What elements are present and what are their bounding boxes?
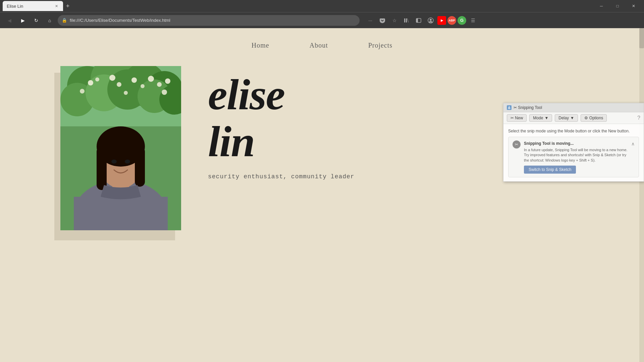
nav-projects[interactable]: Projects — [368, 42, 392, 49]
snipping-toolbar: ✂ New Mode ▼ Delay ▼ ⚙ Options ? — [503, 112, 644, 124]
browser-nav-bar: ◀ ▶ ↻ ⌂ 🔒 file:///C:/Users/Elise/Documen… — [0, 12, 644, 28]
new-tab-button[interactable]: + — [63, 1, 72, 11]
photo-container — [60, 66, 181, 230]
back-button[interactable]: ◀ — [4, 15, 15, 26]
svg-point-24 — [165, 78, 170, 84]
svg-point-22 — [148, 76, 154, 82]
bookmark-button[interactable]: ☆ — [389, 15, 400, 26]
svg-point-18 — [109, 75, 115, 81]
tab-title: Elise Lin — [7, 4, 51, 9]
snipping-new-button[interactable]: ✂ New — [507, 114, 527, 122]
snipping-notif-body: In a future update, Snipping Tool will b… — [524, 147, 628, 163]
sync-button[interactable] — [425, 15, 436, 26]
snipping-help[interactable]: ? — [637, 115, 640, 121]
svg-point-25 — [80, 89, 85, 94]
lock-icon: 🔒 — [62, 18, 67, 23]
url-text: file:///C:/Users/Elise/Documents/TestWeb… — [70, 18, 356, 23]
browser-window: Elise Lin ✕ + ─ □ ✕ ◀ ▶ ↻ ⌂ 🔒 file:///C:… — [0, 0, 644, 362]
maximize-button[interactable]: □ — [610, 0, 625, 12]
snipping-delay-button[interactable]: Delay ▼ — [555, 114, 578, 122]
library-button[interactable] — [401, 15, 412, 26]
snipping-tool-panel: ✂ Snipping Tool ✂ New Mode ▼ Delay ▼ ⚙ O… — [503, 103, 644, 182]
svg-point-26 — [124, 91, 128, 95]
main-content: elise lin security enthusiast, community… — [0, 56, 644, 362]
snipping-tool-icon — [507, 105, 512, 110]
snipping-notif-text: Snipping Tool is moving... In a future u… — [524, 140, 628, 174]
pocket-icon[interactable] — [377, 15, 388, 26]
snipping-mode-button[interactable]: Mode ▼ — [529, 114, 552, 122]
sidebar-button[interactable] — [413, 15, 424, 26]
snipping-notif-close[interactable]: ∧ — [631, 140, 635, 147]
site-nav: Home About Projects — [0, 28, 644, 56]
svg-rect-3 — [416, 18, 418, 22]
svg-point-23 — [157, 82, 162, 87]
refresh-button[interactable]: ↻ — [31, 15, 42, 26]
snipping-notification: ✂ Snipping Tool is moving... In a future… — [508, 137, 639, 177]
youtube-addon-icon[interactable]: ▶ — [437, 16, 446, 25]
title-bar: Elise Lin ✕ + ─ □ ✕ — [0, 0, 644, 12]
tab-bar: Elise Lin ✕ + — [3, 1, 72, 11]
snipping-tool-title: ✂ Snipping Tool — [514, 105, 542, 110]
snipping-options-button[interactable]: ⚙ Options — [581, 114, 607, 122]
svg-point-19 — [117, 82, 121, 87]
svg-point-5 — [430, 19, 432, 21]
snipping-instructions: Select the snip mode using the Mode butt… — [508, 128, 639, 134]
nav-about[interactable]: About — [310, 42, 328, 49]
profile-avatar[interactable]: G — [458, 16, 466, 25]
svg-point-39 — [509, 108, 510, 109]
more-button[interactable]: ··· — [365, 15, 376, 26]
window-controls: ─ □ ✕ — [594, 0, 641, 12]
svg-rect-30 — [74, 197, 168, 230]
snipping-content: Select the snip mode using the Mode butt… — [503, 124, 644, 181]
svg-point-20 — [131, 77, 137, 83]
svg-point-21 — [141, 84, 145, 88]
minimize-button[interactable]: ─ — [594, 0, 609, 12]
svg-rect-0 — [404, 18, 405, 22]
hamburger-menu[interactable]: ☰ — [468, 15, 478, 26]
abp-addon-icon[interactable]: ABP — [447, 16, 456, 25]
svg-point-38 — [125, 160, 130, 164]
snipping-notif-icon: ✂ — [513, 140, 521, 148]
nav-right-icons: ··· ☆ ▶ ABP G ☰ — [365, 15, 478, 26]
home-button[interactable]: ⌂ — [44, 15, 55, 26]
close-button[interactable]: ✕ — [626, 0, 641, 12]
nav-home[interactable]: Home — [252, 42, 269, 49]
scrollbar-track — [639, 28, 644, 362]
snipping-notif-title: Snipping Tool is moving... — [524, 140, 628, 146]
svg-point-37 — [111, 160, 117, 164]
snipping-action-button[interactable]: Switch to Snip & Sketch — [524, 166, 576, 174]
svg-point-16 — [88, 80, 93, 85]
forward-button[interactable]: ▶ — [17, 15, 28, 26]
snipping-tool-title-bar: ✂ Snipping Tool — [503, 103, 644, 112]
svg-point-36 — [98, 130, 144, 160]
website-content: Home About Projects — [0, 28, 644, 362]
profile-photo — [60, 66, 181, 230]
active-tab[interactable]: Elise Lin ✕ — [3, 1, 63, 11]
svg-point-27 — [162, 89, 167, 95]
url-bar[interactable]: 🔒 file:///C:/Users/Elise/Documents/TestW… — [58, 15, 360, 26]
tab-close-button[interactable]: ✕ — [54, 3, 59, 9]
svg-point-17 — [95, 77, 99, 81]
svg-rect-1 — [406, 18, 407, 22]
scrollbar-thumb[interactable] — [639, 28, 644, 48]
